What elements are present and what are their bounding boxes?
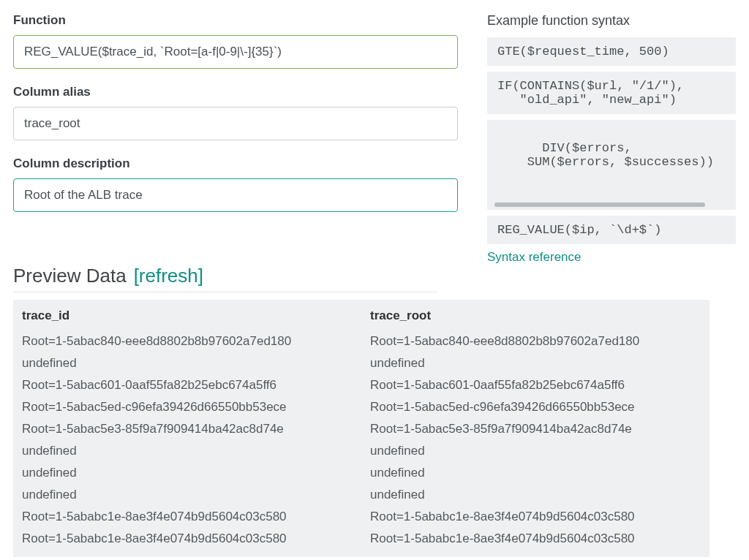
example-snippet: GTE($request_time, 500) bbox=[487, 37, 736, 66]
alias-label: Column alias bbox=[13, 85, 458, 99]
table-cell: Root=1-5ababc1e-8ae3f4e074b9d5604c03c580 bbox=[13, 506, 361, 528]
table-cell: undefined bbox=[13, 462, 361, 484]
table-cell: undefined bbox=[13, 440, 361, 462]
column-header: trace_id bbox=[13, 304, 361, 330]
table-row: Root=1-5ababc1e-8ae3f4e074b9d5604c03c580… bbox=[13, 528, 710, 550]
description-label: Column description bbox=[13, 156, 458, 171]
description-field-group: Column description bbox=[13, 156, 458, 212]
preview-heading-row: Preview Data [refresh] bbox=[13, 265, 437, 292]
table-cell: Root=1-5abac840-eee8d8802b8b97602a7ed180 bbox=[13, 330, 361, 352]
table-cell: Root=1-5abac5e3-85f9a7f909414ba42ac8d74e bbox=[361, 418, 710, 440]
table-cell: Root=1-5ababc1e-8ae3f4e074b9d5604c03c580 bbox=[361, 506, 710, 528]
table-cell: undefined bbox=[361, 352, 710, 374]
table-cell: undefined bbox=[13, 484, 361, 506]
table-row: Root=1-5abac840-eee8d8802b8b97602a7ed180… bbox=[13, 330, 710, 352]
table-cell: undefined bbox=[361, 440, 710, 462]
preview-table: trace_id trace_root Root=1-5abac840-eee8… bbox=[13, 304, 710, 550]
function-label: Function bbox=[13, 13, 458, 28]
table-cell: Root=1-5abac5ed-c96efa39426d66550bb53ece bbox=[13, 396, 361, 418]
table-row: undefinedundefined bbox=[13, 352, 710, 374]
horizontal-scrollbar[interactable] bbox=[494, 203, 729, 207]
table-cell: Root=1-5abac5ed-c96efa39426d66550bb53ece bbox=[361, 396, 710, 418]
table-cell: Root=1-5abac601-0aaf55fa82b25ebc674a5ff6 bbox=[361, 374, 710, 396]
table-cell: undefined bbox=[13, 352, 361, 374]
function-field-group: Function bbox=[13, 13, 458, 69]
syntax-reference-link[interactable]: Syntax reference bbox=[487, 250, 581, 264]
description-input[interactable] bbox=[13, 178, 458, 212]
table-cell: Root=1-5abac5e3-85f9a7f909414ba42ac8d74e bbox=[13, 418, 361, 440]
function-input[interactable] bbox=[13, 35, 458, 69]
table-cell: Root=1-5ababc1e-8ae3f4e074b9d5604c03c580 bbox=[361, 528, 710, 550]
example-snippet: DIV($errors, SUM($errors, $successes)) bbox=[487, 120, 736, 210]
preview-table-container: trace_id trace_root Root=1-5abac840-eee8… bbox=[13, 300, 710, 557]
preview-refresh-link[interactable]: [refresh] bbox=[134, 265, 203, 287]
table-row: Root=1-5ababc1e-8ae3f4e074b9d5604c03c580… bbox=[13, 506, 710, 528]
table-row: Root=1-5abac5e3-85f9a7f909414ba42ac8d74e… bbox=[13, 418, 710, 440]
example-snippet-text: DIV($errors, SUM($errors, $successes)) bbox=[497, 141, 714, 169]
table-cell: undefined bbox=[361, 462, 710, 484]
examples-heading: Example function syntax bbox=[487, 13, 736, 29]
table-cell: Root=1-5abac601-0aaf55fa82b25ebc674a5ff6 bbox=[13, 374, 361, 396]
example-snippet: IF(CONTAINS($url, "/1/"), "old_api", "ne… bbox=[487, 72, 736, 114]
table-row: undefinedundefined bbox=[13, 484, 710, 506]
table-row: Root=1-5abac601-0aaf55fa82b25ebc674a5ff6… bbox=[13, 374, 710, 396]
preview-heading: Preview Data bbox=[13, 265, 127, 287]
example-snippet: REG_VALUE($ip, `\d+$`) bbox=[487, 216, 736, 244]
column-header: trace_root bbox=[361, 304, 710, 330]
alias-field-group: Column alias bbox=[13, 85, 458, 140]
table-row: undefinedundefined bbox=[13, 440, 710, 462]
table-row: undefinedundefined bbox=[13, 462, 710, 484]
alias-input[interactable] bbox=[13, 107, 458, 140]
table-cell: Root=1-5abac840-eee8d8802b8b97602a7ed180 bbox=[361, 330, 710, 352]
table-cell: undefined bbox=[361, 484, 710, 506]
table-row: Root=1-5abac5ed-c96efa39426d66550bb53ece… bbox=[13, 396, 710, 418]
table-cell: Root=1-5ababc1e-8ae3f4e074b9d5604c03c580 bbox=[13, 528, 361, 550]
